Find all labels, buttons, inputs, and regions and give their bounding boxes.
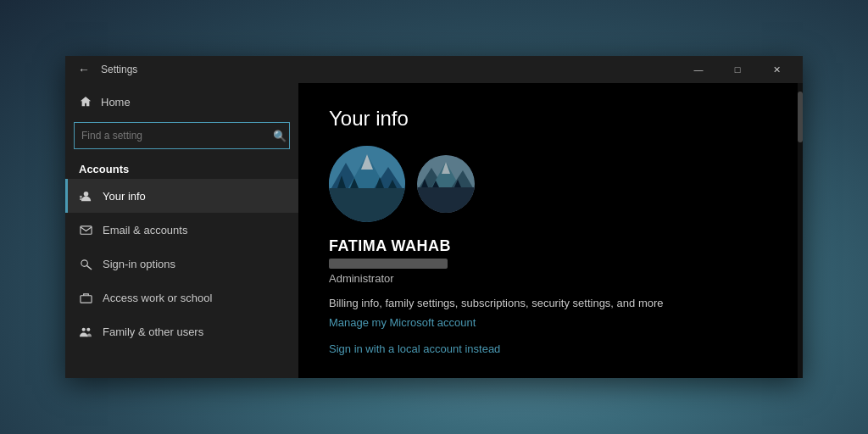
sign-in-label: Sign-in options (103, 258, 175, 270)
sidebar-item-work-school[interactable]: Access work or school (65, 281, 298, 314)
scroll-thumb (798, 92, 803, 142)
briefcase-icon (79, 291, 92, 304)
search-input[interactable] (74, 122, 290, 149)
search-box: 🔍 (74, 122, 290, 149)
svg-rect-7 (80, 295, 91, 302)
svg-rect-17 (329, 188, 405, 222)
user-name: FATIMA WAHAB (329, 237, 772, 255)
maximize-button[interactable]: □ (718, 56, 757, 83)
content-panel: Your info (298, 83, 803, 378)
sidebar-item-home[interactable]: Home (65, 86, 298, 117)
svg-point-0 (83, 191, 88, 196)
manage-account-link[interactable]: Manage my Microsoft account (329, 316, 772, 329)
sidebar: Home 🔍 Accounts (65, 83, 298, 378)
sidebar-item-family[interactable]: Family & other users (65, 314, 298, 348)
home-label: Home (101, 96, 131, 108)
your-info-label: Your info (103, 190, 146, 203)
family-label: Family & other users (103, 326, 203, 338)
svg-point-9 (86, 327, 90, 331)
minimize-button[interactable]: — (679, 56, 718, 83)
home-icon (79, 95, 92, 108)
svg-rect-29 (417, 187, 475, 213)
back-button[interactable]: ← (72, 58, 96, 81)
svg-point-8 (81, 327, 85, 331)
user-role: Administrator (329, 272, 772, 285)
family-icon (79, 325, 92, 338)
titlebar: ← Settings — □ ✕ (65, 56, 803, 83)
avatar-small (417, 155, 475, 213)
avatar-small-image (417, 155, 475, 213)
local-account-link[interactable]: Sign in with a local account instead (329, 342, 500, 355)
settings-window: ← Settings — □ ✕ Home 🔍 (65, 56, 803, 378)
user-email-blurred (329, 259, 448, 269)
sidebar-item-email-accounts[interactable]: Email & accounts (65, 213, 298, 247)
accounts-section-label: Accounts (65, 154, 298, 179)
svg-rect-4 (80, 225, 91, 233)
email-accounts-label: Email & accounts (103, 224, 187, 236)
email-icon (79, 223, 92, 236)
billing-info-text: Billing info, family settings, subscript… (329, 297, 772, 309)
person-icon (79, 189, 92, 203)
main-area: Home 🔍 Accounts (65, 83, 803, 378)
svg-line-6 (86, 265, 92, 270)
svg-point-5 (81, 259, 87, 266)
close-button[interactable]: ✕ (757, 56, 796, 83)
key-icon (79, 257, 92, 270)
work-school-label: Access work or school (103, 292, 212, 304)
user-info: FATIMA WAHAB Administrator Billing info,… (329, 237, 772, 356)
window-controls: — □ ✕ (679, 56, 796, 83)
page-title: Your info (329, 107, 772, 131)
search-icon[interactable]: 🔍 (273, 130, 287, 142)
avatar-row (329, 146, 772, 222)
sidebar-item-sign-in[interactable]: Sign-in options (65, 247, 298, 281)
avatar-main (329, 146, 405, 222)
window-title: Settings (101, 64, 679, 75)
avatar-main-image (329, 146, 405, 222)
scrollbar[interactable] (798, 83, 803, 378)
sidebar-item-your-info[interactable]: Your info (65, 179, 298, 213)
